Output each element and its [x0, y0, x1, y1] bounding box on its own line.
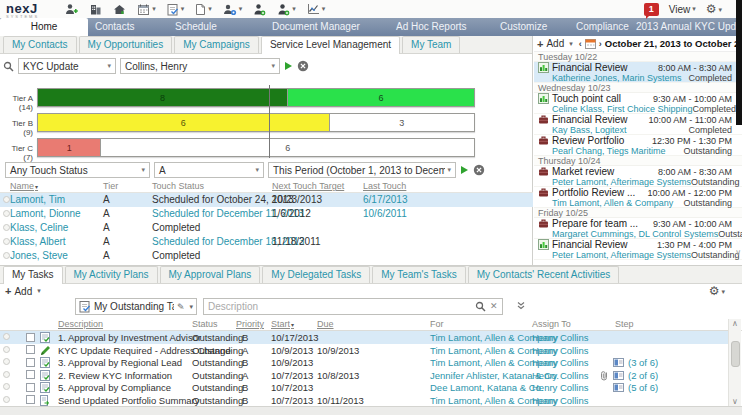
agenda-item[interactable]: Portfolio Review ...10:00 AM - 12:00 PMT…: [534, 187, 742, 208]
sub-tab-service-level-management[interactable]: Service Level Management: [261, 36, 400, 54]
agenda-item-contact[interactable]: Tim Lamont, Allen & Company: [552, 198, 673, 208]
row-checkbox[interactable]: [26, 383, 35, 392]
agenda-item-contact[interactable]: Peter Lamont, Afterimage Systems: [552, 177, 691, 187]
cell-description[interactable]: 1. Approval by Investment Advisor: [58, 332, 201, 343]
clear-filter-button[interactable]: [473, 164, 485, 176]
agenda-item[interactable]: Prepare for team ...9:30 AM - 10:00 AMMa…: [534, 218, 742, 239]
cell-name[interactable]: Klass, Albert: [10, 236, 66, 247]
row-expander-icon[interactable]: [3, 224, 10, 231]
row-expander-icon[interactable]: [3, 333, 10, 340]
edit-filter-pencil-icon[interactable]: ✎: [177, 302, 185, 312]
scroll-up-arrow[interactable]: ∧: [732, 319, 738, 328]
view-menu-button[interactable]: View▾: [669, 4, 696, 15]
contacts-sync-icon[interactable]: ▾: [223, 1, 243, 17]
reports-chart-icon[interactable]: ▾: [307, 1, 326, 17]
cell-assign-to[interactable]: Henry Collins: [532, 382, 589, 393]
column-header-tier[interactable]: Tier: [103, 181, 118, 191]
column-header-due[interactable]: Due: [317, 319, 334, 329]
calendar-icon[interactable]: ▾: [137, 1, 156, 17]
row-checkbox[interactable]: [26, 370, 35, 379]
column-header-priority[interactable]: Priority: [236, 319, 264, 329]
table-row[interactable]: 2. Review KYC InformationOutstandingA10/…: [0, 369, 728, 382]
tasks-tab-my-tasks[interactable]: My Tasks: [3, 266, 63, 284]
cell-last-touch[interactable]: 6/17/2013: [363, 194, 408, 205]
table-row[interactable]: Jones, SteveACompleted: [0, 249, 533, 263]
saved-filter-select[interactable]: My Outstanding Tasks ✎ ▾: [75, 298, 197, 315]
tasks-tab-my-activity-plans[interactable]: My Activity Plans: [65, 266, 158, 283]
owner-filter-select[interactable]: Collins, Henry▾: [120, 58, 280, 74]
cell-name[interactable]: Lamont, Tim: [10, 194, 65, 205]
new-document-icon[interactable]: ▾: [195, 1, 212, 17]
calendar-picker-icon[interactable]: [585, 38, 596, 49]
column-header-name[interactable]: Name▾: [10, 181, 38, 191]
table-row[interactable]: 3. Approval by Regional LeadOutstandingB…: [0, 356, 728, 369]
cell-name[interactable]: Lamont, Dionne: [10, 208, 81, 219]
cell-name[interactable]: Klass, Celine: [10, 222, 68, 233]
cell-assign-to[interactable]: Henry Collins: [532, 395, 589, 406]
cell-step[interactable]: (2 of 6): [628, 370, 658, 381]
chart-segment[interactable]: 6: [287, 89, 474, 106]
touch-status-filter-select[interactable]: Any Touch Status▾: [5, 162, 150, 178]
notification-badge[interactable]: 1: [644, 3, 659, 16]
column-header-start[interactable]: Start▾: [271, 319, 294, 329]
column-header-for[interactable]: For: [430, 319, 444, 329]
cell-assign-to[interactable]: Henry Collins: [532, 332, 589, 343]
agenda-item-contact[interactable]: Celine Klass, First Choice Shipping: [552, 104, 693, 114]
clear-search-icon[interactable]: ✕: [490, 301, 498, 311]
sub-tab-my-team[interactable]: My Team: [402, 36, 460, 53]
row-checkbox[interactable]: [26, 333, 35, 342]
previous-week-button[interactable]: ‹: [579, 39, 582, 49]
scroll-down-arrow[interactable]: ∨: [732, 397, 738, 406]
cell-description[interactable]: 2. Review KYC Information: [58, 370, 172, 381]
clear-filter-button[interactable]: [297, 60, 309, 72]
tasks-tab-my-approval-plans[interactable]: My Approval Plans: [160, 266, 261, 283]
agenda-add-button[interactable]: Add: [546, 38, 564, 49]
row-expander-icon[interactable]: [3, 252, 10, 259]
tasks-tab-my-team-s-tasks[interactable]: My Team's Tasks: [372, 266, 465, 283]
column-header-description[interactable]: Description: [58, 319, 103, 329]
user-availability-icon[interactable]: [253, 1, 266, 17]
tab-document-manager[interactable]: Document Manager: [272, 18, 360, 36]
agenda-item[interactable]: Financial Review1:30 PM - 4:00 PMPeter L…: [534, 239, 742, 260]
agenda-item[interactable]: Financial Review10:00 AM - 11:00 AMKay B…: [534, 114, 742, 135]
add-contact-icon[interactable]: [65, 1, 78, 17]
description-search-input[interactable]: [203, 298, 503, 315]
approval-task-icon[interactable]: ▾: [167, 1, 185, 17]
table-row[interactable]: Klass, CelineACompleted: [0, 221, 533, 235]
row-checkbox[interactable]: [26, 345, 35, 354]
row-expander-icon[interactable]: [3, 371, 10, 378]
chart-segment[interactable]: 8: [38, 89, 287, 106]
sub-tab-my-contacts[interactable]: My Contacts: [3, 36, 77, 53]
tab-ad-hoc-reports[interactable]: Ad Hoc Reports: [396, 18, 467, 36]
chevron-down-icon[interactable]: ▾: [37, 287, 41, 295]
cell-assign-to[interactable]: Henry Collins: [532, 345, 589, 356]
agenda-item[interactable]: Touch point call9:30 AM - 10:00 AMCeline…: [534, 93, 742, 114]
agenda-item-contact[interactable]: Katherine Jones, Marin Systems: [552, 73, 682, 83]
table-row[interactable]: Send Updated Portfolio SummaryOutstandin…: [0, 394, 728, 407]
column-header-assign-to[interactable]: Assign To: [532, 319, 571, 329]
cell-assign-to[interactable]: Henry Collins: [532, 370, 589, 381]
table-row[interactable]: KYC Update Required - Address ChangeOuts…: [0, 344, 728, 357]
agenda-item-contact[interactable]: Pearl Chang, Tiegs Maritime: [552, 146, 666, 156]
agenda-item-contact[interactable]: Kay Bass, Logitext: [552, 125, 627, 135]
tab-2013-annual-kyc-update[interactable]: 2013 Annual KYC Update: [636, 18, 742, 36]
chart-segment[interactable]: 6: [38, 114, 329, 131]
home-icon[interactable]: [113, 1, 126, 17]
run-filter-button[interactable]: [284, 61, 293, 71]
row-checkbox[interactable]: [26, 358, 35, 367]
sub-tab-my-campaigns[interactable]: My Campaigns: [174, 36, 259, 53]
row-expander-icon[interactable]: [3, 196, 10, 203]
column-header-next-touch-target[interactable]: Next Touch Target: [272, 181, 344, 191]
search-icon[interactable]: [475, 301, 486, 312]
row-expander-icon[interactable]: [3, 358, 10, 365]
tab-compliance[interactable]: Compliance: [576, 18, 629, 36]
cell-step[interactable]: (5 of 6): [628, 382, 658, 393]
row-expander-icon[interactable]: [3, 383, 10, 390]
row-expander-icon[interactable]: [3, 346, 10, 353]
task-add-button[interactable]: Add: [14, 286, 32, 297]
tasks-settings-gear-button[interactable]: ⚙▾: [709, 285, 737, 297]
tab-customize[interactable]: Customize: [500, 18, 547, 36]
chart-segment[interactable]: 1: [38, 139, 100, 156]
agenda-item-contact[interactable]: Margaret Cummings, DL Control Systems: [552, 229, 718, 239]
cell-for[interactable]: Dee Lamont, Katana & Co.: [430, 382, 544, 393]
